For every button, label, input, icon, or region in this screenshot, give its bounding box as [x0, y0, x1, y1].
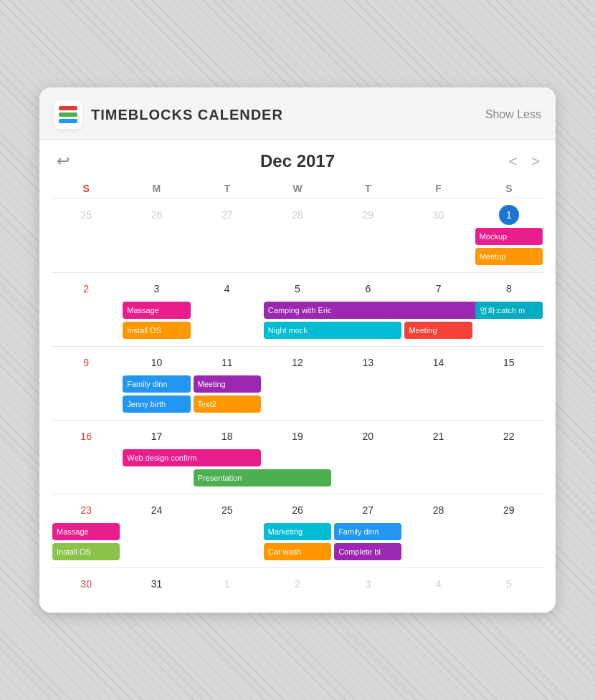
day-number-2-5: 14 [429, 353, 449, 373]
event-2-1[interactable]: Jenny birth [123, 395, 190, 413]
event-2-3[interactable]: Test2 [194, 395, 261, 413]
week-row-5: 303112345 [51, 567, 544, 601]
day-cell-2-1[interactable]: 10 [121, 350, 191, 374]
next-month-button[interactable]: > [527, 152, 544, 171]
day-cell-1-3[interactable]: 5 [262, 276, 333, 300]
show-less-button[interactable]: Show Less [485, 108, 541, 121]
day-cell-0-1[interactable]: 26 [121, 202, 191, 226]
day-cell-2-3[interactable]: 12 [262, 350, 333, 374]
day-cell-0-5[interactable]: 30 [403, 202, 473, 226]
day-cell-3-1[interactable]: 17 [121, 423, 191, 448]
day-number-4-4: 27 [358, 500, 378, 520]
day-cell-2-5[interactable]: 14 [403, 350, 473, 374]
day-cell-2-6[interactable]: 15 [474, 350, 544, 374]
week-row-1: 2345678MassageInstall OSCamping with Eri… [51, 272, 544, 346]
event-0-1[interactable]: Meetup [475, 248, 543, 265]
calendar-body: ↩ Dec 2017 < > S M T W T F S 25262728293… [39, 140, 556, 613]
day-number-1-0: 2 [76, 279, 96, 299]
day-cell-5-2[interactable]: 1 [192, 571, 262, 595]
day-cell-5-0[interactable]: 30 [51, 571, 121, 595]
day-cell-1-5[interactable]: 7 [403, 276, 473, 300]
day-number-5-6: 5 [499, 574, 519, 594]
event-4-2[interactable]: Marketing [264, 523, 331, 540]
day-cell-5-4[interactable]: 3 [333, 571, 403, 595]
day-number-1-2: 4 [217, 279, 237, 299]
day-cell-3-5[interactable]: 21 [403, 423, 473, 448]
day-header-sun: S [51, 180, 121, 197]
event-1-3[interactable]: Night mock [264, 322, 402, 339]
day-cell-0-4[interactable]: 29 [333, 202, 403, 226]
day-cell-1-6[interactable]: 8 [474, 276, 544, 300]
day-number-2-6: 15 [499, 353, 519, 373]
day-cell-2-2[interactable]: 11 [192, 350, 262, 374]
day-cell-4-6[interactable]: 29 [474, 497, 544, 522]
day-cell-1-2[interactable]: 4 [192, 276, 262, 300]
day-cell-2-4[interactable]: 13 [333, 350, 403, 374]
day-cell-2-0[interactable]: 9 [51, 350, 121, 374]
event-3-1[interactable]: Presentation [194, 469, 332, 486]
week-events-0: MockupMeetup [51, 228, 544, 272]
day-number-5-3: 2 [287, 574, 308, 594]
day-cell-3-0[interactable]: 16 [51, 423, 121, 448]
back-button[interactable]: ↩ [51, 149, 75, 173]
day-number-4-2: 25 [217, 500, 237, 520]
event-4-1[interactable]: Install OS [52, 543, 120, 560]
day-cell-1-4[interactable]: 6 [333, 276, 403, 300]
event-1-0[interactable]: Massage [123, 302, 190, 319]
day-cell-0-3[interactable]: 28 [262, 202, 333, 226]
event-1-1[interactable]: Install OS [123, 322, 190, 339]
day-cell-5-5[interactable]: 4 [403, 571, 473, 595]
month-title: Dec 2017 [260, 151, 335, 171]
event-4-5[interactable]: Complete bl [334, 543, 401, 560]
day-cell-4-5[interactable]: 28 [403, 497, 473, 522]
day-cell-1-1[interactable]: 3 [121, 276, 191, 300]
prev-month-button[interactable]: < [505, 152, 522, 171]
week-events-1: MassageInstall OSCamping with EricNight … [51, 302, 544, 346]
day-header-fri: F [403, 180, 473, 197]
day-cell-0-2[interactable]: 27 [192, 202, 262, 226]
day-cell-4-1[interactable]: 24 [121, 497, 191, 522]
week-events-5 [51, 597, 544, 601]
day-number-4-6: 29 [499, 500, 519, 520]
event-4-4[interactable]: Family dinn [334, 523, 401, 540]
day-number-3-6: 22 [499, 426, 519, 446]
event-2-2[interactable]: Meeting [194, 375, 261, 393]
day-number-0-6: 1 [499, 205, 519, 225]
day-number-2-0: 9 [76, 353, 96, 373]
day-cell-4-4[interactable]: 27 [333, 497, 403, 522]
day-cell-4-0[interactable]: 23 [51, 497, 121, 522]
day-header-thu: T [333, 180, 403, 197]
day-cell-5-1[interactable]: 31 [121, 571, 191, 595]
logo-bar-red [59, 106, 77, 110]
day-cell-3-3[interactable]: 19 [262, 423, 333, 448]
weeks-container: 2526272829301MockupMeetup2345678MassageI… [51, 198, 544, 601]
week-row-0: 2526272829301MockupMeetup [51, 198, 544, 272]
event-4-3[interactable]: Car wash [264, 543, 331, 560]
day-cell-3-4[interactable]: 20 [333, 423, 403, 448]
event-1-4[interactable]: Meeting [404, 322, 472, 339]
day-number-3-5: 21 [429, 426, 449, 446]
day-cell-3-6[interactable]: 22 [474, 423, 544, 448]
event-2-0[interactable]: Family dinn [123, 375, 190, 393]
nav-row: ↩ Dec 2017 < > [51, 140, 544, 177]
day-cell-1-0[interactable]: 2 [51, 276, 121, 300]
day-cell-5-3[interactable]: 2 [262, 571, 333, 595]
day-cell-4-2[interactable]: 25 [192, 497, 262, 522]
week-events-2: Family dinnJenny birthMeetingTest2 [51, 375, 544, 420]
week-events-3: Web design confirmPresentation [51, 449, 544, 494]
event-1-5[interactable]: 영화:catch m [475, 302, 543, 319]
event-4-0[interactable]: Massage [52, 523, 120, 540]
event-0-0[interactable]: Mockup [475, 228, 543, 245]
day-number-3-1: 17 [146, 426, 166, 446]
day-number-5-5: 4 [429, 574, 449, 594]
day-number-1-5: 7 [429, 279, 449, 299]
day-cell-4-3[interactable]: 26 [262, 497, 333, 522]
day-cell-0-6[interactable]: 1 [474, 202, 544, 226]
day-number-1-1: 3 [146, 279, 166, 299]
week-events-4: MassageInstall OSMarketingCar washFamily… [51, 523, 544, 567]
event-3-0[interactable]: Web design confirm [123, 449, 261, 466]
day-cell-0-0[interactable]: 25 [51, 202, 121, 226]
day-number-4-0: 23 [76, 500, 96, 520]
day-cell-5-6[interactable]: 5 [474, 571, 544, 595]
day-cell-3-2[interactable]: 18 [192, 423, 262, 448]
